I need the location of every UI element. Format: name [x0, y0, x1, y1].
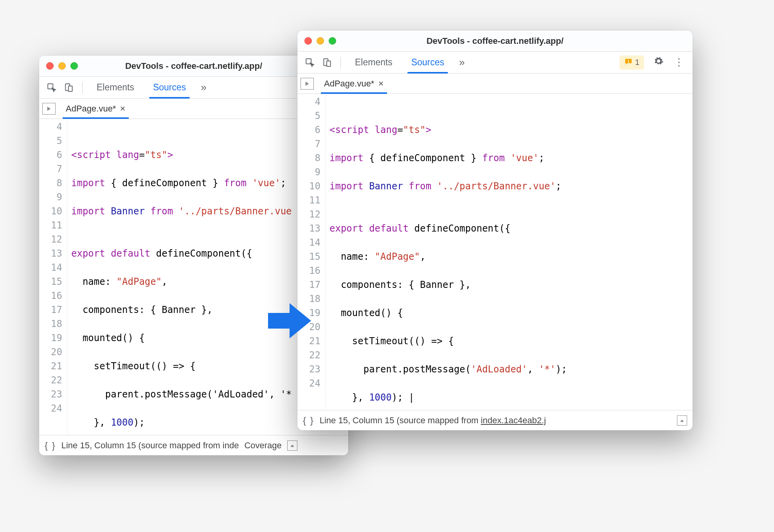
- devtools-window-right: DevTools - coffee-cart.netlify.app/ Elem…: [297, 31, 693, 430]
- close-icon[interactable]: [46, 62, 54, 70]
- inspect-icon[interactable]: [44, 80, 59, 95]
- titlebar: DevTools - coffee-cart.netlify.app/: [297, 31, 693, 52]
- status-text: Line 15, Column 15 (source mapped from i…: [320, 415, 546, 426]
- svg-rect-2: [68, 86, 72, 91]
- tab-sources[interactable]: Sources: [144, 77, 194, 99]
- drawer-toggle-icon[interactable]: [287, 440, 297, 451]
- pretty-print-icon[interactable]: { }: [45, 440, 56, 451]
- svg-rect-7: [628, 62, 629, 63]
- navigator-toggle-icon[interactable]: [42, 103, 56, 115]
- coverage-label[interactable]: Coverage: [244, 440, 281, 451]
- tab-elements[interactable]: Elements: [346, 52, 401, 74]
- pretty-print-icon[interactable]: { }: [303, 415, 314, 426]
- file-tab[interactable]: AdPage.vue* ✕: [321, 74, 387, 94]
- tab-sources[interactable]: Sources: [403, 52, 453, 74]
- navigator-toggle-icon[interactable]: [301, 78, 314, 90]
- device-icon[interactable]: [319, 55, 335, 70]
- tab-elements[interactable]: Elements: [88, 77, 143, 99]
- more-menu-icon[interactable]: ⋮: [670, 56, 688, 68]
- arrow-right-icon: [266, 299, 313, 344]
- svg-rect-6: [628, 60, 629, 62]
- window-title: DevTools - coffee-cart.netlify.app/: [297, 36, 693, 46]
- close-tab-icon[interactable]: ✕: [378, 79, 384, 88]
- maximize-icon[interactable]: [329, 37, 336, 45]
- minimize-icon[interactable]: [317, 37, 324, 45]
- maximize-icon[interactable]: [70, 62, 78, 70]
- close-tab-icon[interactable]: ✕: [120, 104, 126, 113]
- tabs-overflow-icon[interactable]: »: [196, 81, 211, 93]
- source-map-link[interactable]: index.1ac4eab2.j: [481, 415, 546, 425]
- line-gutter: 456789101112131415161718192021222324: [297, 94, 326, 410]
- traffic-lights: [46, 62, 78, 70]
- status-bar: { } Line 15, Column 15 (source mapped fr…: [39, 435, 348, 455]
- file-tab-label: AdPage.vue*: [66, 104, 116, 114]
- file-tab-strip: AdPage.vue* ✕: [297, 74, 693, 94]
- inspect-icon[interactable]: [302, 55, 318, 70]
- line-gutter: 456789101112131415161718192021222324: [39, 119, 67, 435]
- file-tab[interactable]: AdPage.vue* ✕: [63, 99, 129, 119]
- status-bar: { } Line 15, Column 15 (source mapped fr…: [297, 410, 693, 430]
- warning-icon: [624, 57, 633, 68]
- settings-icon[interactable]: [649, 56, 668, 69]
- traffic-lights: [304, 37, 336, 45]
- close-icon[interactable]: [304, 37, 312, 45]
- device-icon[interactable]: [61, 80, 77, 95]
- code-content[interactable]: <script lang="ts"> import { defineCompon…: [326, 94, 693, 410]
- issues-badge[interactable]: 1: [619, 56, 644, 70]
- code-editor[interactable]: 456789101112131415161718192021222324 <sc…: [297, 94, 693, 410]
- tabs-overflow-icon[interactable]: »: [454, 56, 469, 68]
- status-text: Line 15, Column 15 (source mapped from i…: [61, 440, 239, 451]
- divider: [82, 82, 83, 93]
- issues-count: 1: [635, 58, 639, 67]
- minimize-icon[interactable]: [58, 62, 66, 70]
- svg-rect-5: [327, 61, 331, 66]
- drawer-toggle-icon[interactable]: [677, 415, 687, 426]
- toolbar: Elements Sources » 1 ⋮: [297, 52, 693, 74]
- file-tab-label: AdPage.vue*: [324, 79, 374, 89]
- divider: [340, 57, 341, 68]
